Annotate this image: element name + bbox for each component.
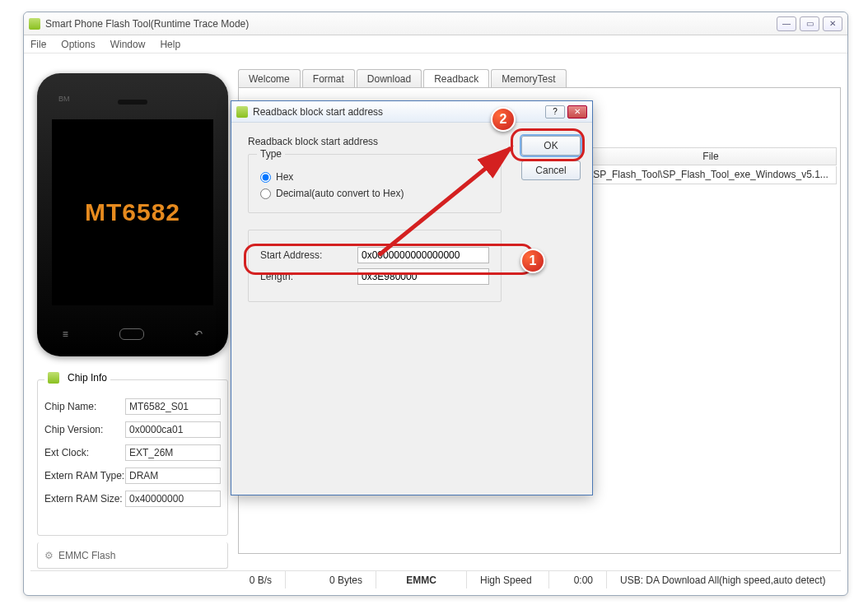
chip-name-row: Chip Name:MT6582_S01 xyxy=(44,398,221,415)
ext-clock-value: EXT_26M xyxy=(125,444,221,461)
app-icon xyxy=(29,18,40,30)
type-label: Type xyxy=(257,148,285,160)
home-soft-icon xyxy=(119,328,144,340)
ram-type-label: Extern RAM Type: xyxy=(44,470,125,481)
status-time: 0:00 xyxy=(549,571,607,588)
radio-hex-row[interactable]: Hex xyxy=(260,171,489,183)
ram-size-row: Extern RAM Size:0x40000000 xyxy=(44,491,221,507)
length-label: Length: xyxy=(260,271,348,282)
chip-name-label: Chip Name: xyxy=(44,401,125,412)
start-address-label: Start Address: xyxy=(260,249,348,261)
radio-hex[interactable] xyxy=(260,172,271,183)
status-bar: 0 B/s 0 Bytes EMMC High Speed 0:00 USB: … xyxy=(30,570,841,588)
maximize-button[interactable]: ▭ xyxy=(800,16,819,31)
start-address-row: Start Address: xyxy=(260,247,489,263)
phone-nav-buttons: ≡ ↶ xyxy=(37,328,228,340)
dialog-body: Readback block start address Type Hex De… xyxy=(248,136,502,485)
status-rate: 0 B/s xyxy=(30,571,286,588)
chip-name-value: MT6582_S01 xyxy=(125,398,221,415)
dialog-close-button[interactable]: ✕ xyxy=(567,105,587,119)
length-input[interactable] xyxy=(357,268,489,285)
dialog-buttons: OK Cancel xyxy=(521,136,581,180)
dialog-title: Readback block start address xyxy=(253,106,543,118)
ram-size-label: Extern RAM Size: xyxy=(44,493,125,505)
dialog-title-bar: Readback block start address ? ✕ xyxy=(231,101,592,123)
phone-brand: BM xyxy=(58,95,70,103)
status-usb: USB: DA Download All(high speed,auto det… xyxy=(607,571,841,588)
dialog-heading: Readback block start address xyxy=(248,136,502,147)
minimize-button[interactable]: — xyxy=(777,16,796,31)
start-address-input[interactable] xyxy=(357,247,489,263)
phone-speaker xyxy=(118,100,147,105)
tab-memorytest[interactable]: MemoryTest xyxy=(491,69,566,88)
ext-clock-label: Ext Clock: xyxy=(44,447,125,458)
tab-download[interactable]: Download xyxy=(357,69,422,88)
radio-decimal-row[interactable]: Decimal(auto convert to Hex) xyxy=(260,188,489,199)
title-bar: Smart Phone Flash Tool(Runtime Trace Mod… xyxy=(24,12,847,35)
menu-file[interactable]: File xyxy=(30,39,46,50)
type-group: Type Hex Decimal(auto convert to Hex) xyxy=(248,154,502,213)
length-row: Length: xyxy=(260,268,489,285)
emmc-panel: ⚙ EMMC Flash xyxy=(37,542,228,569)
status-speed: High Speed xyxy=(467,571,549,588)
ram-type-row: Extern RAM Type:DRAM xyxy=(44,467,221,484)
menu-soft-icon: ≡ xyxy=(63,328,68,340)
phone-model-label: MT6582 xyxy=(85,198,180,226)
file-column-header: File xyxy=(585,147,837,165)
radio-decimal[interactable] xyxy=(260,188,271,199)
chip-version-value: 0x0000ca01 xyxy=(125,421,221,438)
cancel-button[interactable]: Cancel xyxy=(521,160,581,180)
tabs: Welcome Format Download Readback MemoryT… xyxy=(238,60,841,88)
gear-icon: ⚙ xyxy=(44,550,54,561)
ram-size-value: 0x40000000 xyxy=(125,491,221,507)
status-storage: EMMC xyxy=(376,571,467,588)
tab-welcome[interactable]: Welcome xyxy=(238,69,301,88)
status-bytes: 0 Bytes xyxy=(286,571,376,588)
chip-info-header: Chip Info xyxy=(44,372,110,384)
emmc-label: EMMC Flash xyxy=(58,550,115,561)
readback-dialog: Readback block start address ? ✕ Readbac… xyxy=(231,100,593,495)
menu-options[interactable]: Options xyxy=(61,39,95,50)
close-button[interactable]: ✕ xyxy=(823,16,842,31)
menu-help[interactable]: Help xyxy=(160,39,180,50)
address-group: Start Address: Length: xyxy=(248,230,502,302)
radio-decimal-label: Decimal(auto convert to Hex) xyxy=(276,188,404,199)
back-soft-icon: ↶ xyxy=(194,328,203,340)
chip-info-panel: Chip Info Chip Name:MT6582_S01 Chip Vers… xyxy=(37,379,228,536)
chip-version-label: Chip Version: xyxy=(44,424,125,435)
radio-hex-label: Hex xyxy=(276,171,293,183)
chip-version-row: Chip Version:0x0000ca01 xyxy=(44,421,221,438)
tab-readback[interactable]: Readback xyxy=(423,69,489,89)
phone-preview: BM MT6582 ≡ ↶ xyxy=(37,73,228,356)
chip-icon xyxy=(48,372,59,384)
file-row[interactable]: \SP_Flash_Tool\SP_Flash_Tool_exe_Windows… xyxy=(585,166,837,184)
menu-window[interactable]: Window xyxy=(110,39,146,50)
window-title: Smart Phone Flash Tool(Runtime Trace Mod… xyxy=(45,18,773,30)
chip-info-title: Chip Info xyxy=(68,372,107,384)
tab-format[interactable]: Format xyxy=(302,69,355,88)
menu-bar: File Options Window Help xyxy=(24,35,847,53)
ram-type-value: DRAM xyxy=(125,467,221,484)
ext-clock-row: Ext Clock:EXT_26M xyxy=(44,444,221,461)
dialog-help-button[interactable]: ? xyxy=(545,105,565,119)
phone-screen: MT6582 xyxy=(52,119,213,305)
dialog-icon xyxy=(236,106,248,118)
ok-button[interactable]: OK xyxy=(521,136,581,156)
